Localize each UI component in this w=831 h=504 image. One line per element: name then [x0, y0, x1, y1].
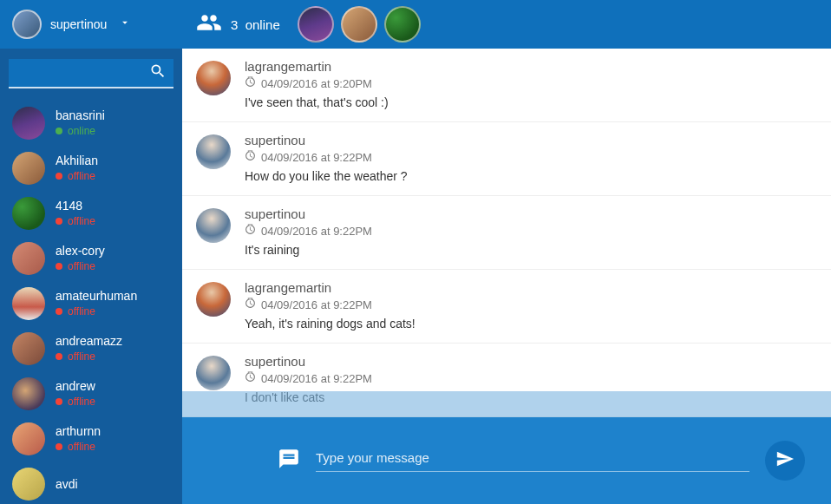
status-label: offline	[68, 170, 95, 182]
online-count: 3	[231, 17, 238, 32]
contact-info: andrewoffline	[56, 379, 95, 408]
timestamp-text: 04/09/2016 at 9:22PM	[261, 298, 372, 311]
composer-fade-strip	[182, 391, 831, 417]
contact-status: offline	[56, 350, 122, 363]
composer-area	[182, 391, 831, 504]
presence-bar: 3 online	[182, 0, 831, 49]
message-username: supertinou	[245, 206, 817, 221]
presence-avatar[interactable]	[384, 6, 421, 43]
contact-avatar	[12, 332, 45, 365]
presence-avatar[interactable]	[298, 6, 334, 43]
timestamp-text: 04/09/2016 at 9:22PM	[261, 225, 372, 238]
search-icon	[149, 62, 167, 83]
contact-status: offline	[56, 441, 101, 453]
contact-avatar	[12, 197, 45, 230]
message-input[interactable]	[316, 450, 749, 465]
current-user-menu[interactable]: supertinou	[0, 0, 182, 49]
presence-label-text: online	[245, 17, 280, 32]
contact-item[interactable]: andreamazzoffline	[9, 326, 177, 371]
message-timestamp: 04/09/2016 at 9:22PM	[245, 371, 817, 385]
contact-info: andreamazzoffline	[56, 334, 122, 363]
contact-avatar	[12, 468, 45, 501]
clock-icon	[245, 76, 256, 90]
clock-icon	[245, 224, 256, 238]
message-avatar	[196, 208, 231, 243]
status-dot-icon	[56, 443, 62, 450]
status-dot-icon	[56, 263, 62, 270]
message-avatar	[196, 356, 231, 390]
message-username: supertinou	[245, 354, 817, 369]
message: lagrangemartin04/09/2016 at 9:20PMI've s…	[182, 49, 831, 122]
contact-item[interactable]: andrewoffline	[9, 371, 177, 416]
contact-name: alex-cory	[56, 244, 105, 259]
current-user-avatar	[12, 10, 42, 39]
send-icon	[775, 449, 795, 472]
current-user-name: supertinou	[50, 17, 107, 31]
people-icon	[196, 10, 222, 39]
clock-icon	[245, 371, 256, 385]
contact-info: arthurnnoffline	[56, 424, 101, 453]
contact-item[interactable]: avdi	[9, 461, 177, 504]
contact-avatar	[12, 422, 45, 455]
contact-avatar	[12, 287, 45, 320]
presence-avatars	[298, 6, 421, 43]
contacts-list: banasrinionlineAkhilianoffline4148offlin…	[0, 101, 182, 504]
timestamp-text: 04/09/2016 at 9:20PM	[261, 77, 372, 90]
contact-item[interactable]: Akhilianoffline	[9, 146, 177, 191]
contact-item[interactable]: banasrinionline	[9, 101, 177, 146]
contact-item[interactable]: arthurnnoffline	[9, 416, 177, 461]
contact-name: andrew	[56, 379, 95, 394]
contact-name: andreamazz	[56, 334, 122, 349]
contact-item[interactable]: alex-coryoffline	[9, 236, 177, 281]
status-label: offline	[68, 305, 95, 317]
message-avatar	[196, 282, 231, 317]
message-body: lagrangemartin04/09/2016 at 9:22PMYeah, …	[245, 280, 817, 331]
presence-avatar[interactable]	[341, 6, 377, 43]
contact-name: amateurhuman	[56, 289, 137, 304]
contact-name: banasrini	[56, 108, 105, 123]
chevron-down-icon	[119, 16, 131, 32]
status-dot-icon	[56, 173, 62, 180]
message-timestamp: 04/09/2016 at 9:22PM	[245, 224, 817, 238]
message-text: How do you like the weather ?	[245, 169, 817, 183]
message-text: I've seen that, that's cool :)	[245, 95, 817, 109]
status-label: offline	[68, 260, 95, 272]
send-button[interactable]	[765, 441, 805, 481]
timestamp-text: 04/09/2016 at 9:22PM	[261, 372, 372, 385]
clock-icon	[245, 298, 256, 311]
contact-avatar	[12, 152, 45, 185]
contact-item[interactable]: 4148offline	[9, 191, 177, 236]
contact-name: arthurnn	[56, 424, 101, 439]
contact-info: alex-coryoffline	[56, 244, 105, 272]
contact-avatar	[12, 377, 45, 410]
status-label: online	[68, 125, 95, 137]
contact-info: avdi	[56, 477, 78, 492]
contact-status: offline	[56, 215, 95, 227]
message-username: lagrangemartin	[245, 280, 817, 295]
status-label: offline	[68, 441, 95, 453]
message-username: lagrangemartin	[245, 59, 817, 74]
message-avatar	[196, 61, 231, 95]
message-body: lagrangemartin04/09/2016 at 9:20PMI've s…	[245, 59, 817, 109]
contact-item[interactable]: amateurhumanoffline	[9, 281, 177, 326]
search-input[interactable]	[9, 66, 195, 80]
contact-info: Akhilianoffline	[56, 154, 98, 182]
sidebar: supertinou banasrinionlineAkhilianofflin…	[0, 0, 182, 504]
message: supertinou04/09/2016 at 9:22PMHow do you…	[182, 122, 831, 196]
clock-icon	[245, 150, 256, 164]
contact-avatar	[12, 107, 45, 140]
message-body: supertinou04/09/2016 at 9:22PMIt's raini…	[245, 206, 817, 257]
status-dot-icon	[56, 398, 62, 405]
message-text: Yeah, it's raining dogs and cats!	[245, 317, 817, 331]
contact-name: Akhilian	[56, 154, 98, 168]
compose-input-wrap[interactable]	[316, 450, 749, 472]
main-panel: 3 online lagrangemartin04/09/2016 at 9:2…	[182, 0, 831, 504]
message: supertinou04/09/2016 at 9:22PMIt's raini…	[182, 196, 831, 270]
contact-info: 4148offline	[56, 199, 95, 227]
message-body: supertinou04/09/2016 at 9:22PMHow do you…	[245, 133, 817, 183]
message-username: supertinou	[245, 133, 817, 147]
status-dot-icon	[56, 218, 62, 225]
search-wrap	[0, 49, 182, 101]
status-label: offline	[68, 350, 95, 363]
search-box[interactable]	[9, 59, 173, 88]
